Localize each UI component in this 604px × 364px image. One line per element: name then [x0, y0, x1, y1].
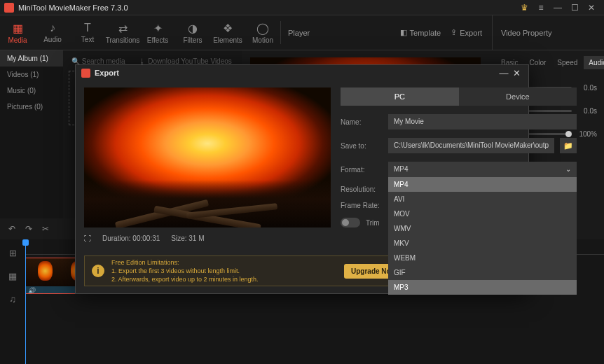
tab-speed[interactable]: Speed: [552, 56, 582, 69]
audio-track-icon[interactable]: ♫: [9, 294, 16, 304]
resolution-label: Resolution:: [341, 186, 383, 193]
menu-icon[interactable]: ≡: [533, 3, 549, 13]
info-icon: i: [92, 265, 104, 277]
audio-icon: ♪: [50, 22, 55, 34]
tool-text[interactable]: TText: [70, 15, 105, 50]
fullscreen-icon[interactable]: ⛶: [84, 234, 91, 242]
playhead[interactable]: [25, 239, 26, 364]
format-opt-wmv[interactable]: WMV: [388, 221, 577, 236]
template-button[interactable]: ◧Template: [400, 28, 441, 37]
format-opt-avi[interactable]: AVI: [388, 192, 577, 206]
volume-value: 100%: [576, 130, 597, 138]
folder-icon: 📁: [563, 141, 573, 150]
tool-audio[interactable]: ♪Audio: [35, 15, 70, 50]
video-track-icon[interactable]: ▦: [8, 271, 17, 281]
export-icon: ⇪: [451, 28, 457, 37]
tab-audio[interactable]: Audio: [584, 56, 604, 69]
name-label: Name:: [341, 118, 383, 126]
tool-elements[interactable]: ❖Elements: [210, 15, 245, 50]
format-opt-gif[interactable]: GIF: [388, 265, 577, 280]
dialog-close[interactable]: ✕: [510, 68, 523, 78]
sidebar: My Album (1) Videos (1) Music (0) Pictur…: [0, 50, 63, 218]
tool-motion[interactable]: ◯Motion: [245, 15, 280, 50]
redo-button[interactable]: ↷: [25, 224, 32, 234]
export-size: Size: 31 M: [171, 234, 204, 242]
format-label: Format:: [341, 166, 383, 174]
tool-media[interactable]: ▦Media: [0, 15, 35, 50]
trim-toggle[interactable]: [341, 218, 360, 227]
format-select[interactable]: MP4 ⌄: [388, 162, 577, 177]
format-opt-mp3[interactable]: MP3: [388, 280, 577, 295]
undo-button[interactable]: ↶: [8, 224, 15, 234]
saveto-label: Save to:: [341, 142, 383, 150]
effects-icon: ✦: [153, 22, 163, 35]
fadeout-value: 0.0s: [576, 107, 597, 115]
sidebar-pictures[interactable]: Pictures (0): [0, 99, 63, 115]
sidebar-videos[interactable]: Videos (1): [0, 66, 63, 83]
format-opt-mkv[interactable]: MKV: [388, 236, 577, 251]
lim-line2: 2. Afterwards, export video up to 2 minu…: [111, 275, 337, 284]
motion-icon: ◯: [256, 22, 269, 35]
tool-filters[interactable]: ◑Filters: [175, 15, 210, 50]
elements-icon: ❖: [223, 22, 233, 35]
format-dropdown: MP4 AVI MOV WMV MKV WEBM GIF MP3: [388, 177, 577, 295]
text-icon: T: [84, 22, 91, 34]
lim-title: Free Edition Limitations:: [111, 258, 337, 267]
template-icon: ◧: [400, 28, 407, 37]
name-input[interactable]: My Movie: [388, 114, 577, 130]
player-label: Player: [281, 15, 390, 50]
split-button[interactable]: ✂: [42, 224, 49, 234]
maximize-button[interactable]: ☐: [566, 3, 583, 13]
app-title: MiniTool MovieMaker Free 7.3.0: [18, 4, 516, 12]
close-button[interactable]: ✕: [583, 3, 600, 13]
transitions-icon: ⇄: [118, 22, 128, 35]
lim-line1: 1. Export the first 3 videos without len…: [111, 267, 337, 275]
export-tab-device[interactable]: Device: [459, 88, 577, 106]
tool-transitions[interactable]: ⇄Transitions: [105, 15, 140, 50]
video-property-label: Video Property: [492, 15, 604, 50]
export-duration: Duration: 00:00:31: [102, 234, 160, 242]
dialog-title: Export: [95, 69, 497, 77]
timeline-tools: ⊞ ▦ ♫: [0, 239, 25, 364]
sidebar-music[interactable]: Music (0): [0, 83, 63, 99]
clip-audio-icon: 🔊: [28, 287, 36, 294]
export-tab-pc[interactable]: PC: [341, 88, 459, 106]
vip-icon[interactable]: ♛: [516, 3, 533, 13]
browse-button[interactable]: 📁: [560, 138, 577, 153]
sidebar-album[interactable]: My Album (1): [0, 50, 63, 66]
export-preview: [84, 88, 331, 227]
export-button-top[interactable]: ⇪Export: [451, 28, 482, 37]
lock-button[interactable]: ⊞: [9, 248, 17, 258]
limitations-box: i Free Edition Limitations: 1. Export th…: [84, 255, 411, 286]
titlebar: MiniTool MovieMaker Free 7.3.0 ♛ ≡ ― ☐ ✕: [0, 0, 604, 15]
format-opt-mp4[interactable]: MP4: [388, 177, 577, 192]
export-preview-panel: ⛶ Duration: 00:00:31 Size: 31 M: [84, 88, 331, 260]
fadein-value: 0.0s: [576, 84, 597, 92]
export-form: PC Device Name: My Movie Save to: C:\Use…: [341, 88, 577, 260]
dialog-logo: [81, 69, 90, 78]
filters-icon: ◑: [188, 22, 198, 35]
dialog-titlebar: Export ― ✕: [76, 65, 528, 80]
framerate-label: Frame Rate:: [341, 202, 383, 209]
main-toolbar: ▦Media ♪Audio TText ⇄Transitions ✦Effect…: [0, 15, 604, 50]
format-opt-webm[interactable]: WEBM: [388, 251, 577, 265]
format-opt-mov[interactable]: MOV: [388, 206, 577, 221]
dialog-minimize[interactable]: ―: [497, 68, 510, 78]
trim-label: Trim: [366, 219, 380, 227]
export-dialog: Export ― ✕ ⛶ Duration: 00:00:31 Size: 31…: [75, 64, 529, 294]
saveto-input[interactable]: C:\Users\lk\Documents\MiniTool MovieMake…: [388, 138, 554, 153]
minimize-button[interactable]: ―: [549, 3, 566, 13]
media-icon: ▦: [13, 22, 23, 35]
app-logo: [4, 3, 14, 13]
chevron-down-icon: ⌄: [565, 162, 571, 177]
tool-effects[interactable]: ✦Effects: [140, 15, 175, 50]
